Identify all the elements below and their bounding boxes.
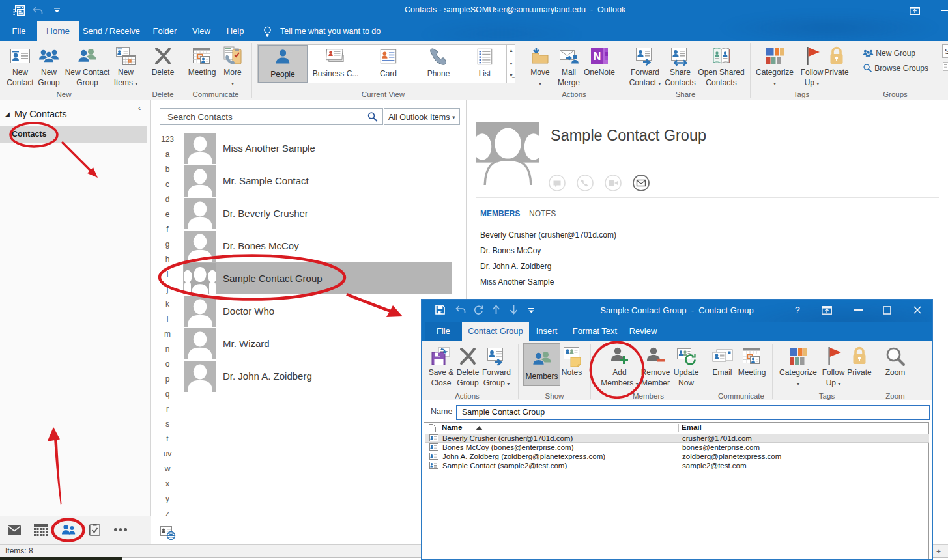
svg-text:N: N: [594, 51, 601, 62]
